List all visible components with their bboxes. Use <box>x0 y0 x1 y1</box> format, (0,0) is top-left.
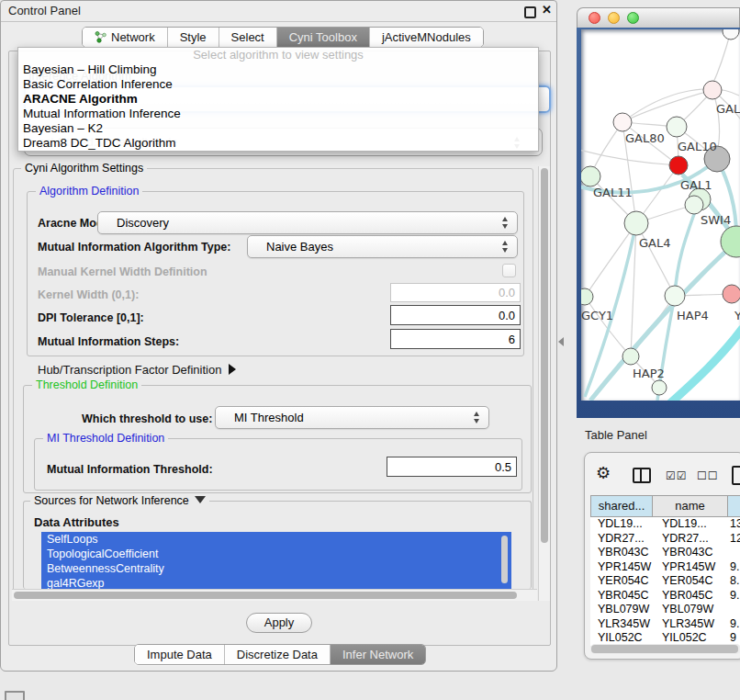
network-graph: GALGAL80GAL10GAL1GAL11SWI4GAL4GCY1HAP4YH… <box>581 29 740 401</box>
tab-network[interactable]: Network <box>83 28 167 47</box>
table-cell: YER054C <box>590 574 653 589</box>
panel-splitter-arrow-icon[interactable] <box>558 337 564 346</box>
settings-horizontal-scrollbar[interactable] <box>12 589 537 601</box>
cyni-bottom-tabbar: Impute DataDiscretize DataInfer Network <box>134 644 426 665</box>
combo-arrows-icon <box>502 241 509 253</box>
attribute-item-gal4rgexp[interactable]: gal4RGexp <box>41 576 511 589</box>
control-panel-window: Control Panel ✕ NetworkStyleSelectCyni T… <box>0 0 557 672</box>
node-top-cut[interactable] <box>723 29 739 40</box>
panel-title: Control Panel <box>8 4 81 17</box>
mi-type-value: Naive Bayes <box>248 236 517 257</box>
bottom-left-grip-icon[interactable] <box>5 691 25 700</box>
node-pink-Y[interactable] <box>723 285 740 303</box>
mi-type-combo[interactable]: Naive Bayes <box>247 235 518 258</box>
node-label-gal11: GAL11 <box>593 186 633 199</box>
mi-threshold-field[interactable] <box>387 457 517 477</box>
table-row[interactable]: YLR345WYLR345W9. <box>590 617 740 632</box>
hub-definition-toggle[interactable]: Hub/Transcription Factor Definition <box>38 363 236 377</box>
node-SWI4[interactable] <box>685 196 703 214</box>
close-traffic-light[interactable] <box>589 12 600 24</box>
table-cell: YLR345W <box>590 617 653 632</box>
node-table: shared...nameA YDL19...YDL19...13YDR27..… <box>590 495 740 646</box>
table-row[interactable]: YBR045CYBR045C9. <box>590 589 740 604</box>
attribute-item-topologicalcoefficient[interactable]: TopologicalCoefficient <box>41 547 511 561</box>
close-icon[interactable]: ✕ <box>542 3 552 17</box>
node-GAL10[interactable] <box>667 117 687 137</box>
sources-group-toggle[interactable]: Sources for Network Inference <box>30 494 209 507</box>
table-cell: YBR045C <box>590 589 653 604</box>
attribute-item-betweennesscentrality[interactable]: BetweennessCentrality <box>41 561 511 576</box>
tab-jactivemnodules[interactable]: jActiveMNodules <box>369 28 483 47</box>
tab-network-label: Network <box>111 30 155 44</box>
node-red[interactable] <box>669 156 688 175</box>
algorithm-option-basic-correlation-inference[interactable]: Basic Correlation Inference <box>18 77 538 92</box>
settings-vertical-scrollbar[interactable] <box>538 166 550 601</box>
manual-kernel-checkbox[interactable] <box>502 264 516 277</box>
aracne-mode-combo[interactable]: Discovery <box>97 211 518 234</box>
tab-select[interactable]: Select <box>219 28 276 47</box>
node-HAP2[interactable] <box>622 348 639 365</box>
attribute-item-selfloops[interactable]: SelfLoops <box>41 532 511 547</box>
network-edge[interactable] <box>581 149 678 165</box>
function-builder-icon[interactable] <box>732 466 740 485</box>
float-window-icon[interactable] <box>524 6 536 18</box>
apply-button[interactable]: Apply <box>246 613 312 633</box>
table-row[interactable]: YPR145WYPR145W9. <box>590 560 740 575</box>
tab-impute-data[interactable]: Impute Data <box>135 645 224 664</box>
network-edge-highlighted[interactable] <box>669 328 740 401</box>
table-cell: YDR27... <box>653 532 728 547</box>
tab-discretize-data[interactable]: Discretize Data <box>224 645 330 664</box>
tab-cyni-toolbox[interactable]: Cyni Toolbox <box>276 28 369 47</box>
gear-icon[interactable]: ⚙ <box>596 465 611 481</box>
algorithm-option-bayesian-hill-climbing[interactable]: Bayesian – Hill Climbing <box>18 62 538 77</box>
mi-steps-field[interactable] <box>390 329 521 349</box>
table-cell: YDL19... <box>590 517 653 532</box>
table-row[interactable]: YDR27...YDR27...12 <box>590 532 740 547</box>
collapse-arrow-icon <box>229 364 236 375</box>
columns-icon[interactable] <box>633 468 651 483</box>
data-attributes-list[interactable]: SelfLoopsTopologicalCoefficientBetweenne… <box>41 532 511 589</box>
table-cell: YDL19... <box>653 517 728 532</box>
tab-style[interactable]: Style <box>167 28 219 47</box>
network-edge[interactable] <box>622 90 712 122</box>
algorithm-option-mutual-information-inference[interactable]: Mutual Information Inference <box>18 107 538 121</box>
minimize-traffic-light[interactable] <box>608 12 620 24</box>
algorithm-option-bayesian-k2[interactable]: Bayesian – K2 <box>18 121 538 136</box>
select-all-checkboxes-icon[interactable]: ☑☑ <box>666 469 688 482</box>
popup-placeholder: Select algorithm to view settings <box>18 48 538 62</box>
expand-arrow-icon <box>195 496 206 503</box>
node-pink-top[interactable] <box>703 81 722 99</box>
which-threshold-combo[interactable]: MI Threshold <box>215 406 489 429</box>
network-canvas[interactable]: GALGAL80GAL10GAL1GAL11SWI4GAL4GCY1HAP4YH… <box>581 29 740 401</box>
algorithm-option-dream8-dc-tdc-algorithm[interactable]: Dream8 DC_TDC Algorithm <box>18 136 538 151</box>
table-row[interactable]: YDL19...YDL19...13 <box>590 517 740 532</box>
column-header-a[interactable]: A <box>728 496 740 516</box>
tab-infer-network[interactable]: Infer Network <box>330 645 425 664</box>
node-GAL4[interactable] <box>624 211 648 235</box>
zoom-traffic-light[interactable] <box>627 12 639 24</box>
table-row[interactable]: YER054CYER054C8. <box>590 574 740 589</box>
column-header-name[interactable]: name <box>653 496 728 516</box>
tab-impute-data-label: Impute Data <box>147 648 212 661</box>
node-GCY1[interactable] <box>581 288 593 305</box>
kernel-width-field[interactable] <box>390 283 521 302</box>
node-bottom[interactable] <box>652 380 667 395</box>
table-panel-title: Table Panel <box>585 428 647 442</box>
dpi-tolerance-field[interactable] <box>390 305 521 325</box>
network-window-titlebar[interactable] <box>577 7 740 28</box>
table-horizontal-scrollbar[interactable] <box>590 644 740 654</box>
table-cell: 8. <box>728 574 740 589</box>
which-threshold-label: Which threshold to use: <box>82 412 212 425</box>
node-GAL11[interactable] <box>581 166 600 186</box>
node-GAL80[interactable] <box>613 113 632 131</box>
list-scrollbar[interactable] <box>501 536 508 583</box>
column-header-shared[interactable]: shared... <box>590 496 653 516</box>
node-HAP4[interactable] <box>665 286 685 306</box>
manual-kernel-label: Manual Kernel Width Definition <box>38 265 207 278</box>
hub-definition-label: Hub/Transcription Factor Definition <box>38 363 221 377</box>
algorithm-option-aracne-algorithm[interactable]: ARACNE Algorithm <box>18 92 538 107</box>
table-row[interactable]: YBR043CYBR043C <box>590 546 740 560</box>
aracne-mode-value: Discovery <box>98 212 517 233</box>
clear-all-checkboxes-icon[interactable]: ☐☐ <box>697 469 719 482</box>
table-row[interactable]: YBL079WYBL079W <box>590 603 740 617</box>
